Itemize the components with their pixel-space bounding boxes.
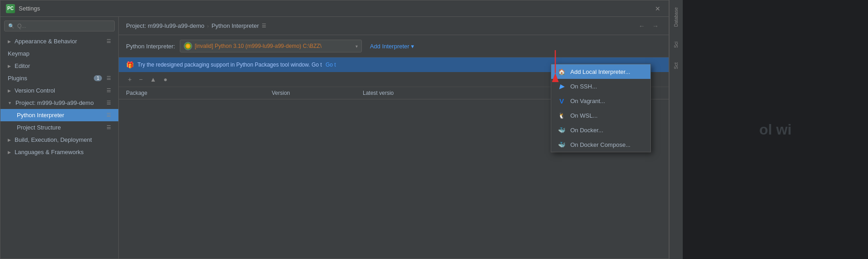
- sidebar: 🔍 ▶ Appearance & Behavior ☰ Keymap ▶ Edi…: [0, 17, 119, 259]
- search-box[interactable]: 🔍: [4, 21, 115, 31]
- chevron-icon: ▶: [8, 138, 11, 142]
- sidebar-item-editor[interactable]: ▶ Editor: [0, 60, 118, 72]
- nav-arrows: ← →: [636, 21, 661, 31]
- sidebar-item-label: Keymap: [8, 50, 30, 57]
- search-input[interactable]: [17, 23, 111, 29]
- tab-sci[interactable]: Sci: [673, 39, 680, 51]
- sidebar-item-label: Languages & Frameworks: [15, 149, 84, 155]
- sidebar-item-label: Appearance & Behavior: [15, 38, 77, 45]
- settings-icon: ☰: [107, 100, 111, 106]
- sidebar-item-keymap[interactable]: Keymap: [0, 47, 118, 60]
- info-banner-link[interactable]: Go t: [325, 62, 336, 68]
- breadcrumb: Project: m999-lu99-a99-demo › Python Int…: [126, 22, 266, 29]
- dropdown-item-label: On SSH...: [570, 83, 597, 90]
- back-button[interactable]: ←: [636, 21, 648, 31]
- forward-button[interactable]: →: [650, 21, 661, 31]
- chevron-icon: ▼: [8, 101, 12, 105]
- sidebar-item-label: Project: m999-lu99-a99-demo: [15, 99, 94, 106]
- chevron-icon: ▶: [8, 88, 11, 93]
- dropdown-item-label: On Docker Compose...: [570, 141, 630, 148]
- add-interpreter-arrow: ▾: [411, 43, 414, 50]
- add-interpreter-dropdown: 🏠 Add Local Interpreter... ▶ On SSH... V…: [551, 64, 651, 152]
- python-icon: [184, 42, 192, 50]
- annotation-arrow: [114, 109, 119, 122]
- gift-icon: 🎁: [126, 61, 134, 68]
- sidebar-item-label: Editor: [15, 62, 30, 69]
- dropdown-item-label: On Docker...: [570, 127, 603, 134]
- title-bar-left: PC Settings: [6, 4, 40, 13]
- chevron-icon: ▶: [8, 150, 11, 155]
- search-icon: 🔍: [8, 23, 15, 29]
- plugins-badge: 1: [94, 75, 102, 81]
- interpreter-row: Python Interpreter: [invalid] Python 3.1…: [119, 35, 669, 57]
- dropdown-on-docker-compose[interactable]: 🐳 On Docker Compose...: [551, 137, 650, 152]
- sidebar-item-label: Plugins: [8, 75, 27, 82]
- breadcrumb-bar: Project: m999-lu99-a99-demo › Python Int…: [119, 17, 669, 35]
- interpreter-select[interactable]: [invalid] Python 3.10 (m999-lu99-a99-dem…: [180, 40, 362, 52]
- sidebar-item-project[interactable]: ▼ Project: m999-lu99-a99-demo ☰: [0, 97, 118, 109]
- add-interpreter-button[interactable]: Add Interpreter ▾: [366, 41, 418, 52]
- chevron-icon: ▶: [8, 39, 11, 44]
- up-package-button[interactable]: ▲: [148, 75, 158, 84]
- pycharm-icon: PC: [6, 4, 15, 13]
- settings-icon: ☰: [107, 124, 111, 130]
- sidebar-item-build-execution[interactable]: ▶ Build, Execution, Deployment: [0, 134, 118, 146]
- right-panel-watermark: ol wi: [759, 121, 792, 138]
- docker-compose-icon: 🐳: [558, 140, 566, 149]
- sidebar-item-plugins[interactable]: Plugins 1 ☰: [0, 72, 118, 84]
- sidebar-item-label: Version Control: [15, 87, 55, 94]
- info-banner-text: Try the redesigned packaging support in …: [137, 62, 322, 68]
- settings-icon: ☰: [107, 88, 111, 93]
- sidebar-item-label: Python Interpreter: [17, 112, 64, 119]
- vagrant-icon: V: [558, 97, 566, 105]
- sidebar-item-label: Build, Execution, Deployment: [15, 136, 92, 143]
- title-bar: PC Settings ✕: [0, 0, 669, 17]
- sidebar-item-appearance[interactable]: ▶ Appearance & Behavior ☰: [0, 35, 118, 47]
- dropdown-item-label: On Vagrant...: [570, 98, 605, 104]
- tab-sct[interactable]: Sct: [673, 60, 680, 72]
- dropdown-add-local[interactable]: 🏠 Add Local Interpreter...: [551, 64, 650, 79]
- dropdown-item-label: On WSL...: [570, 112, 598, 119]
- dropdown-on-ssh[interactable]: ▶ On SSH...: [551, 79, 650, 93]
- eye-button[interactable]: ●: [162, 75, 169, 84]
- dropdown-on-docker[interactable]: 🐳 On Docker...: [551, 123, 650, 137]
- remove-package-button[interactable]: −: [137, 75, 144, 84]
- wsl-icon: 🐧: [558, 111, 566, 119]
- add-package-button[interactable]: +: [126, 75, 133, 84]
- breadcrumb-project: Project: m999-lu99-a99-demo: [126, 22, 204, 29]
- sidebar-item-languages[interactable]: ▶ Languages & Frameworks: [0, 146, 118, 158]
- sidebar-item-project-structure[interactable]: Project Structure ☰: [0, 121, 118, 134]
- docker-icon: 🐳: [558, 126, 566, 134]
- breadcrumb-page: Python Interpreter: [212, 22, 259, 29]
- interpreter-selected-text: [invalid] Python 3.10 (m999-lu99-a99-dem…: [195, 43, 322, 49]
- breadcrumb-separator: ›: [207, 23, 209, 29]
- ssh-icon: ▶: [558, 82, 566, 90]
- sidebar-item-label: Project Structure: [17, 124, 61, 131]
- add-interpreter-label: Add Interpreter: [370, 43, 410, 50]
- dropdown-on-vagrant[interactable]: V On Vagrant...: [551, 93, 650, 108]
- close-button[interactable]: ✕: [652, 4, 663, 13]
- right-panel-tabs: Database Sci Sct: [669, 0, 683, 259]
- tab-database[interactable]: Database: [673, 5, 680, 30]
- breadcrumb-menu-icon[interactable]: ☰: [262, 23, 266, 29]
- col-package-header: Package: [126, 90, 272, 96]
- sidebar-item-python-interpreter[interactable]: Python Interpreter ☰: [0, 109, 118, 121]
- sidebar-item-version-control[interactable]: ▶ Version Control ☰: [0, 84, 118, 97]
- dropdown-arrow: ▾: [355, 44, 358, 49]
- settings-icon: ☰: [107, 112, 111, 118]
- chevron-icon: ▶: [8, 64, 11, 68]
- window-title: Settings: [19, 5, 40, 12]
- col-version-header: Version: [272, 90, 363, 96]
- plugins-settings-icon: ☰: [107, 75, 111, 81]
- dropdown-on-wsl[interactable]: 🐧 On WSL...: [551, 108, 650, 123]
- dropdown-item-label: Add Local Interpreter...: [570, 68, 630, 75]
- home-icon: 🏠: [558, 67, 566, 76]
- right-panel: Database Sci Sct ol wi: [669, 0, 868, 259]
- interpreter-label: Python Interpreter:: [126, 43, 175, 50]
- right-panel-content: ol wi: [683, 0, 868, 259]
- settings-icon: ☰: [107, 38, 111, 44]
